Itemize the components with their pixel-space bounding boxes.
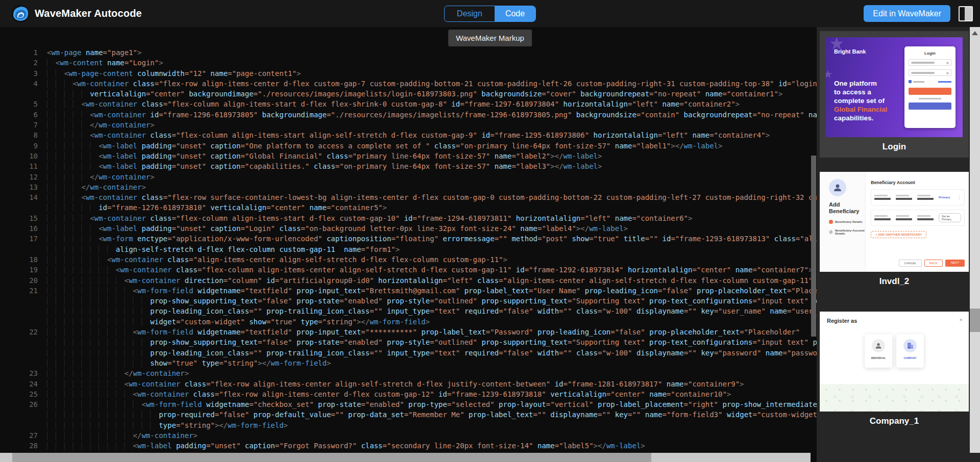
thumb-panel-title: Add Beneficiary: [829, 201, 860, 215]
line-number: 22: [0, 327, 38, 337]
line-number: [0, 202, 38, 213]
code-text: <wm-container class="flex-row surface-co…: [38, 192, 817, 202]
headline-line: capabilities.: [834, 114, 887, 122]
company1-page-thumbnail[interactable]: Register as × INDIVIDUAL: [820, 312, 969, 412]
line-number: 27: [0, 430, 38, 441]
line-number: 24: [0, 379, 38, 389]
panel-left-half: [960, 7, 965, 20]
line-number: 21: [0, 286, 38, 296]
panel-right-half: [965, 7, 972, 20]
line-number: [0, 337, 38, 347]
code-row: 22 <wm-form-field widgetname="textfield"…: [0, 327, 817, 337]
line-number: 26: [0, 399, 38, 409]
edit-in-wavemaker-button[interactable]: Edit in WaveMaker: [864, 5, 950, 22]
code-editor[interactable]: 1<wm-page name="page1">2 <wm-content nam…: [0, 27, 817, 462]
code-text: <wm-label padding="unset" caption="capab…: [38, 161, 817, 171]
thumb-left-panel: Add Beneficiary Beneficiary Details 2 Be…: [820, 172, 866, 272]
sidebar-item-invdl2[interactable]: Add Beneficiary Beneficiary Details 2 Be…: [820, 172, 969, 291]
code-row: id="frame-1276-618973810" verticalalign=…: [0, 202, 817, 213]
code-row: 12 </wm-container>: [0, 172, 817, 182]
login-page-thumbnail[interactable]: ★ ★ Bright Bank One platform to access a…: [826, 37, 963, 137]
code-row: 14 <wm-container class="flex-row surface…: [0, 192, 817, 202]
line-number: 4: [0, 79, 38, 89]
headline-line-highlight: Global Financial: [834, 105, 887, 114]
star-decoration: ★: [826, 68, 833, 81]
sidebar-item-company1[interactable]: Register as × INDIVIDUAL: [820, 312, 969, 446]
thumb-register-title: Register as: [827, 318, 857, 324]
headline-line: to access a: [834, 88, 887, 96]
line-number: 15: [0, 213, 38, 223]
scroll-up-arrow-icon[interactable]: [972, 31, 978, 35]
person-icon: [872, 339, 885, 352]
line-number: 6: [0, 110, 38, 120]
code-text: <wm-container class="flex-row align-item…: [38, 79, 817, 89]
tab-code[interactable]: Code: [495, 6, 535, 21]
code-row: 7 </wm-container>: [0, 120, 817, 130]
code-row: 8 <wm-container class="flex-column align…: [0, 130, 817, 140]
line-number: 25: [0, 389, 38, 399]
sidebar-scrollbar-thumb[interactable]: [970, 309, 980, 332]
line-number: [0, 409, 38, 420]
code-text: prop-required="false" prop-default_value…: [38, 409, 817, 420]
line-number: [0, 348, 38, 358]
line-number: 19: [0, 265, 38, 275]
code-row: 17 <wm-form enctype="application/x-www-f…: [0, 234, 817, 244]
code-row: verticalalign="center" backgroundimage="…: [0, 89, 817, 99]
code-row: 5 <wm-container class="flex-column align…: [0, 99, 817, 109]
code-row: 15 <wm-container class="flex-column alig…: [0, 213, 817, 223]
code-text: <wm-container class="flex-row align-item…: [38, 379, 817, 389]
building-icon: [903, 339, 917, 352]
thumb-set-primary-button: Set as Primary: [939, 213, 961, 222]
sidebar-item-login[interactable]: ★ ★ Bright Bank One platform to access a…: [820, 31, 969, 158]
thumb-checkbox: [909, 80, 912, 83]
code-row: widget="custom-widget" show="true" type=…: [0, 317, 817, 327]
kebab-menu-icon: ⋮: [957, 195, 961, 200]
thumb-next-button: NEXT: [945, 260, 965, 267]
line-number: [0, 296, 38, 306]
tab-design[interactable]: Design: [445, 6, 495, 21]
code-text: align-self-stretch d-flex flex-column cu…: [38, 244, 817, 254]
code-text: prop-leading_icon_class="" prop-trailing…: [38, 348, 817, 358]
line-number: [0, 420, 38, 430]
step-label: Beneficiary Account Details: [835, 229, 865, 235]
avatar-icon: [829, 179, 846, 196]
code-row: 27 </wm-container>: [0, 430, 817, 441]
code-row: 26 <wm-form-field widgetname="checkbox_s…: [0, 399, 817, 409]
app-header: WaveMaker Autocode Design Code Edit in W…: [0, 0, 980, 27]
line-number: [0, 306, 38, 316]
code-text: widget="custom-widget" show="true" type=…: [38, 317, 817, 327]
line-number: [0, 317, 38, 327]
editor-horizontal-scrollbar-thumb[interactable]: [12, 453, 651, 462]
line-number: 8: [0, 130, 38, 140]
thumb-section-title: Beneficiary Account: [871, 180, 965, 185]
toggle-sidebar-icon[interactable]: [959, 6, 973, 21]
code-row: show="true" type="string"></wm-form-fiel…: [0, 358, 817, 368]
code-row: prop-required="false" prop-default_value…: [0, 409, 817, 420]
line-number: 17: [0, 234, 38, 244]
editor-horizontal-scrollbar[interactable]: [0, 453, 811, 462]
thumb-headline: One platform to access a complete set of…: [834, 79, 887, 122]
design-code-toggle: Design Code: [444, 6, 536, 22]
code-text: <wm-form-field widgetname="textfield" pr…: [38, 286, 817, 296]
code-text: <wm-container class="flex-column align-i…: [38, 213, 817, 223]
brand: WaveMaker Autocode: [0, 5, 142, 23]
line-number: 5: [0, 99, 38, 109]
line-number: 10: [0, 151, 38, 161]
code-row: 16 <wm-label padding="unset" caption="Lo…: [0, 223, 817, 234]
code-text: </wm-container>: [38, 368, 817, 378]
thumb-divider-text: [919, 98, 941, 99]
code-text: <wm-container class="flex-column align-i…: [38, 99, 817, 109]
step-circle-icon: 2: [829, 230, 833, 234]
code-text: prop-leading_icon_class="" prop-trailing…: [38, 306, 817, 316]
page-caption-company1: Company_1: [820, 412, 969, 431]
sidebar-scrollbar[interactable]: [970, 27, 980, 453]
code-text: <wm-label padding="unset" caption="Login…: [38, 223, 817, 234]
editor-vertical-scrollbar[interactable]: [811, 27, 817, 453]
editor-vertical-scrollbar-thumb[interactable]: [811, 156, 816, 337]
thumb-login-card: Login: [904, 46, 955, 128]
invdl2-page-thumbnail[interactable]: Add Beneficiary Beneficiary Details 2 Be…: [820, 172, 969, 272]
thumb-password-field: [909, 69, 951, 76]
app-title: WaveMaker Autocode: [35, 8, 142, 19]
step-label: Beneficiary Details: [835, 220, 863, 223]
code-text: prop-show_supporting_text="false" prop-s…: [38, 337, 817, 347]
